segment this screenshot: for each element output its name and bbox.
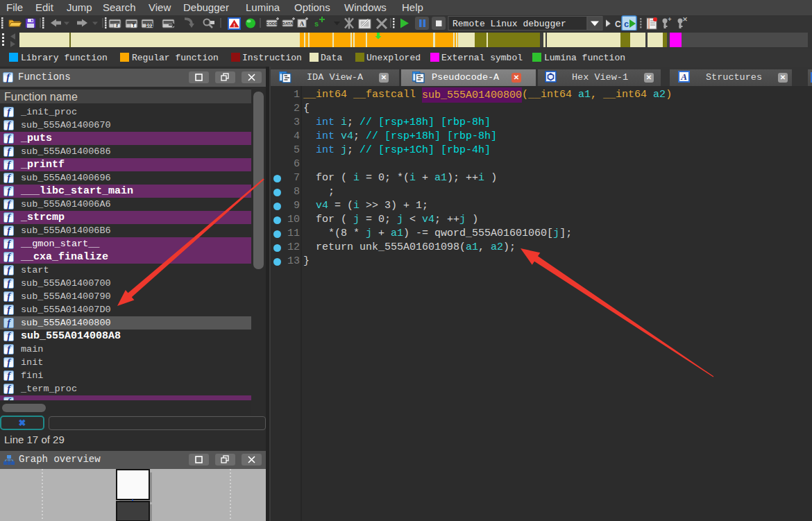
- svg-text:101: 101: [146, 23, 153, 28]
- svg-text:CODE: CODE: [266, 22, 278, 26]
- svg-text:!: !: [233, 22, 235, 28]
- svg-text:T: T: [133, 23, 135, 28]
- svg-text:c: c: [624, 19, 629, 29]
- svg-text:#: #: [116, 23, 119, 28]
- svg-text:s: s: [314, 20, 319, 28]
- svg-text:DATA: DATA: [282, 22, 294, 26]
- svg-text:Remote Linux debugger: Remote Linux debugger: [452, 19, 566, 29]
- svg-text:✕: ✕: [682, 16, 688, 23]
- svg-text:A: A: [680, 71, 687, 82]
- svg-text:A: A: [300, 20, 305, 27]
- svg-text:C: C: [615, 19, 621, 29]
- svg-text:+: +: [668, 16, 671, 23]
